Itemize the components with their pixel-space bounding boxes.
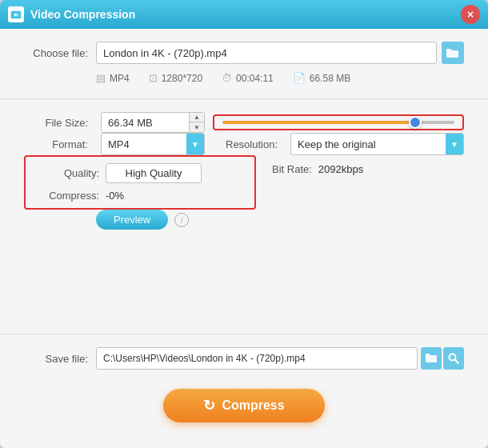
svg-rect-2 [446,50,458,58]
titlebar: Video Compression × [0,0,488,29]
compression-slider-wrap [213,114,464,130]
compression-slider[interactable] [222,121,454,124]
resolution-label: Resolution: [226,138,278,150]
content-area: Choose file: ▤ MP4 ⊡ 1280*720 ⏱ 00:04:11 [0,29,488,448]
save-folder-button[interactable] [421,347,442,370]
save-buttons [421,347,464,370]
save-search-button[interactable] [443,347,464,370]
spinner-buttons: ▲ ▼ [189,113,204,132]
choose-file-label: Choose file: [24,47,88,59]
filesize-input[interactable] [102,114,189,132]
quality-row: Quality: High Quality [35,163,245,183]
format-resolution-row: Format: MP4 AVI MOV MKV WMV ▼ Resolution… [24,133,464,155]
quality-bitrate-row: Quality: High Quality Compress: -0% Bit … [24,155,464,210]
format-select[interactable]: MP4 AVI MOV MKV WMV [102,135,186,154]
spinner-up-button[interactable]: ▲ [190,113,204,122]
compress-label: Compress: [35,190,99,202]
preview-row: Preview i [24,210,464,230]
svg-rect-3 [446,49,451,51]
bottom-section: Save file: [24,326,464,435]
save-file-row: Save file: [24,347,464,370]
compress-label: Compress [222,398,284,413]
browse-folder-button[interactable] [442,42,464,64]
compress-value: -0% [106,190,124,202]
format-label: Format: [24,138,88,150]
format-arrow-icon: ▼ [186,134,204,154]
compress-icon: ↻ [203,397,215,414]
format-select-wrap: MP4 AVI MOV MKV WMV ▼ [101,133,205,155]
choose-file-row: Choose file: [24,42,464,64]
resolution-select-wrap: Keep the original 1920*1080 1280*720 854… [290,133,464,155]
quality-box: Quality: High Quality Compress: -0% [24,155,256,210]
file-info-row: ▤ MP4 ⊡ 1280*720 ⏱ 00:04:11 📄 66.58 MB [24,72,464,84]
bitrate-value: 2092kbps [318,163,363,175]
format-info: ▤ MP4 [96,72,130,84]
svg-line-7 [455,360,459,364]
choose-file-input[interactable] [96,42,437,64]
clock-icon: ⏱ [222,72,232,84]
bitrate-label: Bit Rate: [272,163,312,175]
resolution-select[interactable]: Keep the original 1920*1080 1280*720 854… [291,135,446,154]
save-path-input[interactable] [96,347,418,370]
save-label: Save file: [24,353,88,365]
divider-top [0,98,488,99]
compress-button-wrap: ↻ Compress [24,381,464,435]
info-icon[interactable]: i [174,213,189,227]
app-icon [8,6,24,22]
format-info-value: MP4 [110,73,130,84]
quality-value-button[interactable]: High Quality [106,163,202,183]
duration-info: ⏱ 00:04:11 [222,72,274,84]
size-info-value: 66.58 MB [310,73,350,84]
preview-button[interactable]: Preview [96,210,168,230]
resolution-info-value: 1280*720 [162,73,202,84]
window-title: Video Compression [30,8,461,21]
compress-row: Compress: -0% [35,190,245,202]
resolution-icon: ⊡ [149,72,158,84]
resolution-arrow-icon: ▼ [446,134,463,154]
svg-rect-4 [426,355,437,362]
video-compression-window: Video Compression × Choose file: ▤ MP4 ⊡ [0,0,488,448]
svg-rect-5 [426,354,430,356]
bitrate-wrap: Bit Rate: 2092kbps [272,163,363,175]
spinner-down-button[interactable]: ▼ [190,122,204,132]
format-icon: ▤ [96,72,106,84]
close-button[interactable]: × [461,5,480,24]
file-icon: 📄 [293,72,306,84]
quality-label: Quality: [35,167,99,179]
duration-info-value: 00:04:11 [236,73,274,84]
size-info: 📄 66.58 MB [293,72,350,84]
filesize-input-wrap: ▲ ▼ [101,112,205,133]
resolution-info: ⊡ 1280*720 [149,72,202,84]
divider-bottom [0,334,488,334]
filesize-label: File Size: [24,117,88,129]
filesize-slider-row: File Size: ▲ ▼ [24,112,464,133]
compress-button[interactable]: ↻ Compress [163,389,324,422]
